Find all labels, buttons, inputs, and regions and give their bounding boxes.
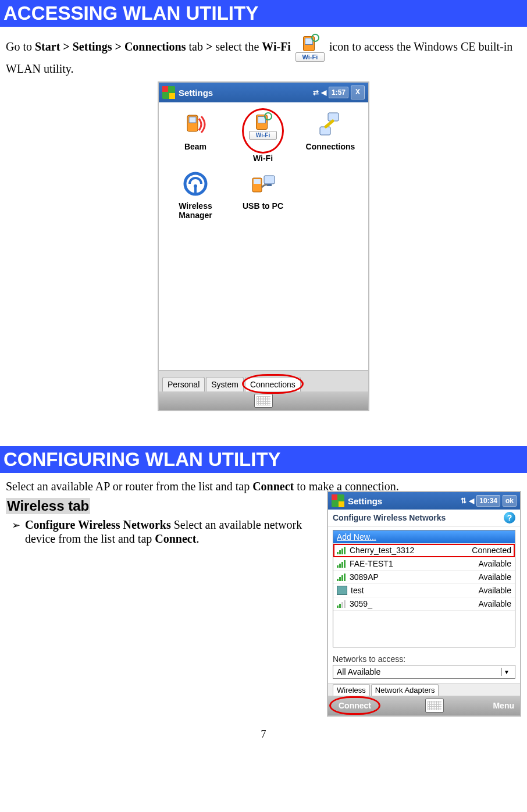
tab-personal[interactable]: Personal [162, 377, 205, 391]
bullet-arrow-icon: ➢ [12, 519, 20, 546]
wifi-item[interactable]: Wi-Fi Wi-Fi [230, 108, 296, 163]
svg-rect-9 [264, 176, 275, 184]
usb-label: USB to PC [230, 201, 296, 211]
intro-path: Start > Settings > Connections [35, 40, 186, 53]
network-name-0: Cherry_test_3312 [350, 546, 414, 555]
tab-network-adapters[interactable]: Network Adapters [371, 684, 439, 696]
wireless-manager-item[interactable]: Wireless Manager [162, 168, 229, 220]
wm2-subtitle-row: Configure Wireless Networks ? [328, 510, 520, 526]
keyboard-icon-2[interactable] [425, 699, 444, 713]
svg-rect-6 [194, 187, 197, 193]
network-name-3: test [351, 586, 364, 595]
signal-status-icon[interactable]: ⇅ [461, 497, 467, 505]
signal-icon [337, 560, 346, 568]
network-status-0: Connected [472, 546, 511, 555]
svg-rect-1 [189, 117, 196, 123]
wifi-item-box: Wi-Fi [249, 131, 277, 140]
intro-pre: Go to [6, 40, 35, 53]
connections-item[interactable]: Connections [297, 108, 364, 163]
wifi-inline-icon: Wi-Fi [296, 34, 324, 62]
wireless-tab-subhead: Wireless tab [6, 498, 90, 514]
network-row-0[interactable]: Cherry_test_3312 Connected [333, 544, 515, 557]
networks-access-dropdown[interactable]: All Available ▼ [333, 665, 515, 679]
close-button[interactable]: X [351, 86, 365, 99]
volume-icon-2[interactable]: ◀ [469, 497, 474, 505]
wm-title: Settings [179, 88, 309, 98]
add-new-row[interactable]: Add New... [333, 530, 515, 544]
network-name-1: FAE-TEST1 [350, 559, 393, 568]
menu-button[interactable]: Menu [493, 701, 514, 710]
tab-wireless[interactable]: Wireless [333, 684, 370, 696]
volume-icon[interactable]: ◀ [321, 88, 326, 97]
intro-mid1: tab [188, 40, 205, 53]
wm2-subtitle: Configure Wireless Networks [333, 513, 446, 522]
config-intro-post: to make a connection. [297, 480, 399, 493]
wifi-item-icon [254, 112, 272, 131]
signal-icon [337, 546, 346, 554]
add-new-label: Add New... [337, 532, 376, 542]
settings-screenshot-2: Settings ⇅ ◀ 10:34 ok Configure Wireless… [327, 491, 521, 717]
help-icon[interactable]: ? [504, 512, 515, 523]
config-intro-connect: Connect [252, 480, 294, 493]
tab-connections[interactable]: Connections [245, 377, 301, 391]
network-status-2: Available [478, 572, 511, 582]
config-intro-pre: Select an available AP or router from th… [6, 480, 252, 493]
network-row-4[interactable]: 3059_ Available [333, 597, 515, 611]
network-status-3: Available [478, 586, 511, 595]
connect-button[interactable]: Connect [334, 700, 376, 711]
connections-icon [316, 111, 344, 138]
clock-readout[interactable]: 1:57 [329, 87, 348, 98]
signal-icon [337, 573, 346, 581]
connections-label: Connections [297, 142, 364, 151]
page-number: 7 [6, 728, 521, 740]
bullet-bold1: Configure Wireless Networks [25, 518, 171, 531]
heading-configuring: CONFIGURING WLAN UTILITY [0, 446, 527, 473]
wm2-title: Settings [348, 496, 457, 506]
connectivity-icon[interactable]: ⇄ [313, 88, 319, 97]
beam-label: Beam [162, 142, 229, 151]
settings-screenshot-1: Settings ⇄ ◀ 1:57 X [158, 81, 369, 411]
bullet-item: ➢ Configure Wireless Networks Select an … [12, 518, 314, 546]
start-flag-icon[interactable] [162, 86, 175, 99]
red-oval-annotation-2 [329, 696, 380, 715]
network-status-4: Available [478, 599, 511, 608]
network-row-3[interactable]: test Available [333, 584, 515, 597]
networks-listbox[interactable]: Add New... Cherry_test_3312 Connected FA… [333, 530, 515, 647]
clock-readout-2[interactable]: 10:34 [476, 495, 500, 507]
wireless-mgr-label1: Wireless [162, 201, 229, 211]
usb-to-pc-item[interactable]: USB to PC [230, 168, 296, 220]
network-status-1: Available [478, 559, 511, 568]
beam-item[interactable]: Beam [162, 108, 229, 163]
pda-signal-icon [301, 34, 319, 52]
network-name-2: 3089AP [350, 572, 379, 582]
adhoc-icon [337, 586, 347, 595]
bullet-bold2: Connect [155, 532, 196, 545]
svg-rect-8 [254, 179, 261, 184]
wireless-manager-icon [181, 170, 209, 198]
wireless-mgr-label2: Manager [162, 211, 229, 220]
intro-wifi-word: Wi-Fi [262, 40, 291, 53]
bullet-tail: . [196, 532, 199, 545]
wifi-red-circle: Wi-Fi [242, 108, 284, 154]
wm2-tab-strip: Wireless Network Adapters [328, 683, 520, 696]
dropdown-value: All Available [337, 667, 380, 676]
ok-button[interactable]: ok [503, 495, 517, 507]
intro-paragraph: Go to Start > Settings > Connections tab… [6, 34, 521, 76]
intro-mid2: select the [215, 40, 262, 53]
network-name-4: 3059_ [350, 599, 372, 608]
heading-accessing: ACCESSING WLAN UTILITY [0, 0, 527, 27]
wm2-titlebar: Settings ⇅ ◀ 10:34 ok [328, 492, 520, 510]
tab-connections-label: Connections [250, 380, 295, 389]
wifi-label: Wi-Fi [230, 154, 296, 163]
tab-system[interactable]: System [206, 377, 244, 391]
chevron-down-icon: ▼ [501, 668, 511, 676]
networks-to-access-label: Networks to access: [328, 651, 520, 665]
wm2-bottombar: Connect Menu [328, 696, 520, 715]
network-row-1[interactable]: FAE-TEST1 Available [333, 557, 515, 571]
wm-bottom-bar [159, 391, 368, 410]
keyboard-icon[interactable] [254, 394, 273, 408]
usb-to-pc-icon [249, 170, 277, 198]
wifi-label-box: Wi-Fi [295, 52, 325, 62]
start-flag-icon-2[interactable] [332, 494, 344, 507]
network-row-2[interactable]: 3089AP Available [333, 571, 515, 584]
